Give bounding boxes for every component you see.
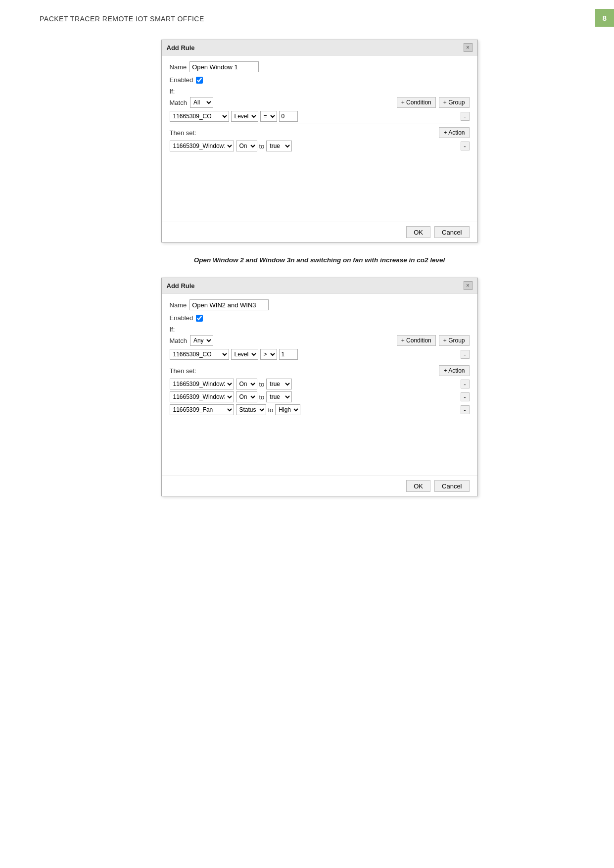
condition-remove-button-1[interactable]: -: [461, 112, 470, 121]
dialog-close-button-1[interactable]: ×: [464, 43, 472, 52]
dialog-footer-2: OK Cancel: [162, 476, 477, 496]
cancel-button-2[interactable]: Cancel: [434, 480, 469, 492]
action-property-select-2-2[interactable]: On: [236, 391, 257, 402]
condition-operator-select-1[interactable]: = > <: [260, 111, 277, 122]
then-set-row-2: Then set: + Action: [170, 364, 470, 377]
action-row-1: 11665309_Window1 On to true false -: [170, 141, 470, 151]
caption-text: Open Window 2 and Window 3n and switchin…: [40, 256, 599, 264]
name-label-2: Name: [170, 301, 187, 309]
if-label-2: If:: [170, 326, 470, 333]
dialog-titlebar-2: Add Rule ×: [162, 278, 477, 293]
dialog-close-button-2[interactable]: ×: [464, 281, 472, 290]
name-input-1[interactable]: [189, 61, 259, 72]
action-to-label-2-2: to: [259, 393, 265, 401]
enabled-row-2: Enabled: [170, 314, 470, 322]
name-row-2: Name: [170, 299, 470, 310]
match-row-1: Match All Any + Condition + Group: [170, 97, 470, 108]
match-select-1[interactable]: All Any: [190, 97, 213, 108]
action-value-select-2-2[interactable]: true false: [266, 391, 292, 402]
condition-remove-button-2[interactable]: -: [461, 350, 470, 359]
add-group-button-1[interactable]: + Group: [439, 97, 470, 108]
then-set-label-1: Then set:: [170, 129, 196, 137]
action-property-select-2-1[interactable]: On: [236, 379, 257, 389]
action-to-label-2-1: to: [259, 381, 265, 388]
action-device-select-2-1[interactable]: 11665309_Window2: [170, 379, 234, 389]
add-action-button-1[interactable]: + Action: [439, 127, 469, 138]
then-set-row-1: Then set: + Action: [170, 126, 470, 139]
match-label-2: Match: [170, 337, 187, 344]
cancel-button-1[interactable]: Cancel: [434, 226, 469, 238]
match-select-2[interactable]: All Any: [190, 335, 213, 346]
add-condition-button-1[interactable]: + Condition: [397, 97, 436, 108]
enabled-row-1: Enabled: [170, 76, 470, 84]
add-action-button-2[interactable]: + Action: [439, 365, 469, 376]
action-property-select-2-3[interactable]: Status: [236, 404, 266, 415]
name-input-2[interactable]: [189, 299, 269, 310]
condition-value-input-1[interactable]: [279, 111, 298, 122]
match-label-1: Match: [170, 99, 187, 106]
dialog-footer-1: OK Cancel: [162, 222, 477, 242]
page-number: 8: [603, 14, 607, 22]
enabled-checkbox-2[interactable]: [196, 315, 203, 322]
action-device-select-2-2[interactable]: 11665309_Window3: [170, 391, 234, 402]
action-row-2-3: 11665309_Fan Status to High Low Off -: [170, 404, 470, 415]
condition-row-2: 11665309_CO Level = > < -: [170, 349, 470, 360]
condition-property-select-2[interactable]: Level: [231, 349, 258, 360]
enabled-checkbox-1[interactable]: [196, 77, 203, 84]
action-value-select-1[interactable]: true false: [266, 141, 292, 151]
condition-value-input-2[interactable]: [279, 349, 298, 360]
action-remove-button-2-3[interactable]: -: [461, 405, 470, 414]
name-row-1: Name: [170, 61, 470, 72]
then-set-label-2: Then set:: [170, 367, 196, 375]
action-device-select-1[interactable]: 11665309_Window1: [170, 141, 234, 151]
enabled-label-1: Enabled: [170, 76, 193, 84]
action-row-2-2: 11665309_Window3 On to true false -: [170, 391, 470, 402]
ok-button-2[interactable]: OK: [406, 480, 430, 492]
dialog-add-rule-1: Add Rule × Name Enabled If:: [161, 40, 478, 242]
add-group-button-2[interactable]: + Group: [439, 335, 470, 346]
enabled-label-2: Enabled: [170, 314, 193, 322]
ok-button-1[interactable]: OK: [406, 226, 430, 238]
action-property-select-1[interactable]: On: [236, 141, 257, 151]
action-to-label-2-3: to: [268, 406, 274, 414]
action-device-select-2-3[interactable]: 11665309_Fan: [170, 404, 234, 415]
add-condition-button-2[interactable]: + Condition: [397, 335, 436, 346]
dialog-title-2: Add Rule: [167, 282, 195, 289]
action-remove-button-2-2[interactable]: -: [461, 392, 470, 401]
action-remove-button-1[interactable]: -: [461, 142, 470, 150]
action-remove-button-2-1[interactable]: -: [461, 380, 470, 388]
page-number-tab: 8: [595, 9, 614, 27]
match-row-2: Match All Any + Condition + Group: [170, 335, 470, 346]
dialog-add-rule-2: Add Rule × Name Enabled If:: [161, 278, 478, 496]
action-row-2-1: 11665309_Window2 On to true false -: [170, 379, 470, 389]
condition-row-1: 11665309_CO Level = > < -: [170, 111, 470, 122]
name-label-1: Name: [170, 63, 187, 71]
if-label-1: If:: [170, 88, 470, 95]
condition-property-select-1[interactable]: Level: [231, 111, 258, 122]
page-title: PACKET TRACER REMOTE IOT SMART OFFICE: [40, 15, 204, 23]
condition-device-select-1[interactable]: 11665309_CO: [170, 111, 229, 122]
dialog-title-1: Add Rule: [167, 44, 195, 51]
condition-device-select-2[interactable]: 11665309_CO: [170, 349, 229, 360]
action-value-select-2-1[interactable]: true false: [266, 379, 292, 389]
action-to-label-1: to: [259, 143, 265, 150]
condition-operator-select-2[interactable]: = > <: [260, 349, 277, 360]
dialog-titlebar-1: Add Rule ×: [162, 40, 477, 55]
action-value-select-2-3[interactable]: High Low Off: [275, 404, 300, 415]
